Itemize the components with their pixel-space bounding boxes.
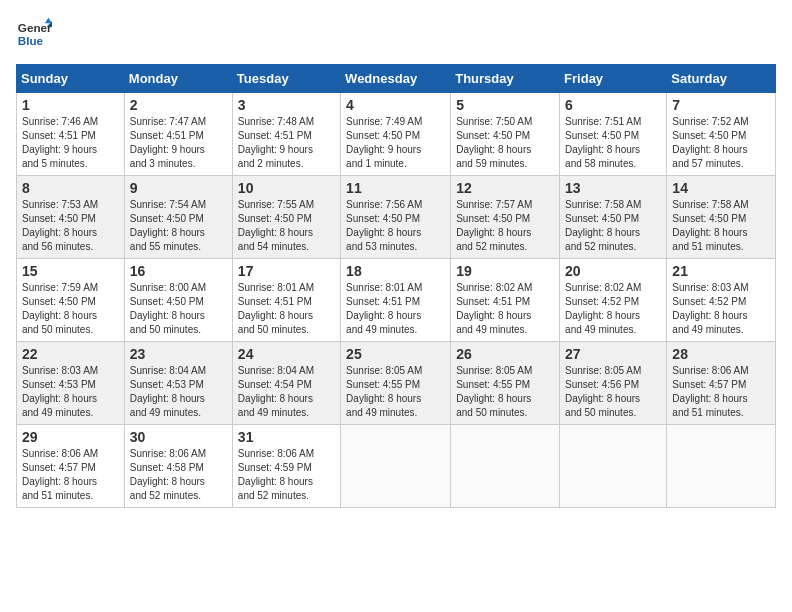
day-cell: 17Sunrise: 8:01 AM Sunset: 4:51 PM Dayli… [232, 259, 340, 342]
day-info: Sunrise: 7:56 AM Sunset: 4:50 PM Dayligh… [346, 198, 445, 254]
day-number: 13 [565, 180, 661, 196]
day-cell: 30Sunrise: 8:06 AM Sunset: 4:58 PM Dayli… [124, 425, 232, 508]
week-row-2: 8Sunrise: 7:53 AM Sunset: 4:50 PM Daylig… [17, 176, 776, 259]
day-info: Sunrise: 8:05 AM Sunset: 4:56 PM Dayligh… [565, 364, 661, 420]
day-cell: 31Sunrise: 8:06 AM Sunset: 4:59 PM Dayli… [232, 425, 340, 508]
day-cell: 16Sunrise: 8:00 AM Sunset: 4:50 PM Dayli… [124, 259, 232, 342]
day-number: 29 [22, 429, 119, 445]
day-info: Sunrise: 8:00 AM Sunset: 4:50 PM Dayligh… [130, 281, 227, 337]
day-info: Sunrise: 7:58 AM Sunset: 4:50 PM Dayligh… [565, 198, 661, 254]
day-cell: 18Sunrise: 8:01 AM Sunset: 4:51 PM Dayli… [341, 259, 451, 342]
day-number: 28 [672, 346, 770, 362]
day-number: 20 [565, 263, 661, 279]
day-cell: 7Sunrise: 7:52 AM Sunset: 4:50 PM Daylig… [667, 93, 776, 176]
day-number: 3 [238, 97, 335, 113]
day-number: 25 [346, 346, 445, 362]
day-info: Sunrise: 8:04 AM Sunset: 4:54 PM Dayligh… [238, 364, 335, 420]
day-info: Sunrise: 7:51 AM Sunset: 4:50 PM Dayligh… [565, 115, 661, 171]
day-cell: 9Sunrise: 7:54 AM Sunset: 4:50 PM Daylig… [124, 176, 232, 259]
day-cell: 26Sunrise: 8:05 AM Sunset: 4:55 PM Dayli… [451, 342, 560, 425]
day-info: Sunrise: 8:02 AM Sunset: 4:52 PM Dayligh… [565, 281, 661, 337]
day-number: 26 [456, 346, 554, 362]
day-info: Sunrise: 8:05 AM Sunset: 4:55 PM Dayligh… [346, 364, 445, 420]
day-info: Sunrise: 7:58 AM Sunset: 4:50 PM Dayligh… [672, 198, 770, 254]
day-cell: 12Sunrise: 7:57 AM Sunset: 4:50 PM Dayli… [451, 176, 560, 259]
day-cell: 29Sunrise: 8:06 AM Sunset: 4:57 PM Dayli… [17, 425, 125, 508]
svg-text:Blue: Blue [18, 34, 44, 47]
day-cell: 6Sunrise: 7:51 AM Sunset: 4:50 PM Daylig… [560, 93, 667, 176]
week-row-5: 29Sunrise: 8:06 AM Sunset: 4:57 PM Dayli… [17, 425, 776, 508]
day-info: Sunrise: 7:49 AM Sunset: 4:50 PM Dayligh… [346, 115, 445, 171]
day-number: 1 [22, 97, 119, 113]
column-header-wednesday: Wednesday [341, 65, 451, 93]
day-info: Sunrise: 8:01 AM Sunset: 4:51 PM Dayligh… [238, 281, 335, 337]
day-number: 2 [130, 97, 227, 113]
day-cell: 14Sunrise: 7:58 AM Sunset: 4:50 PM Dayli… [667, 176, 776, 259]
page-header: General Blue [16, 16, 776, 52]
week-row-4: 22Sunrise: 8:03 AM Sunset: 4:53 PM Dayli… [17, 342, 776, 425]
day-cell [341, 425, 451, 508]
day-info: Sunrise: 7:59 AM Sunset: 4:50 PM Dayligh… [22, 281, 119, 337]
day-info: Sunrise: 8:01 AM Sunset: 4:51 PM Dayligh… [346, 281, 445, 337]
day-number: 18 [346, 263, 445, 279]
day-number: 22 [22, 346, 119, 362]
day-cell: 13Sunrise: 7:58 AM Sunset: 4:50 PM Dayli… [560, 176, 667, 259]
day-cell: 2Sunrise: 7:47 AM Sunset: 4:51 PM Daylig… [124, 93, 232, 176]
day-number: 9 [130, 180, 227, 196]
week-row-1: 1Sunrise: 7:46 AM Sunset: 4:51 PM Daylig… [17, 93, 776, 176]
day-cell: 10Sunrise: 7:55 AM Sunset: 4:50 PM Dayli… [232, 176, 340, 259]
day-number: 24 [238, 346, 335, 362]
week-row-3: 15Sunrise: 7:59 AM Sunset: 4:50 PM Dayli… [17, 259, 776, 342]
day-cell: 8Sunrise: 7:53 AM Sunset: 4:50 PM Daylig… [17, 176, 125, 259]
header-row: SundayMondayTuesdayWednesdayThursdayFrid… [17, 65, 776, 93]
day-info: Sunrise: 7:57 AM Sunset: 4:50 PM Dayligh… [456, 198, 554, 254]
day-number: 14 [672, 180, 770, 196]
day-number: 12 [456, 180, 554, 196]
day-cell [667, 425, 776, 508]
column-header-tuesday: Tuesday [232, 65, 340, 93]
column-header-saturday: Saturday [667, 65, 776, 93]
day-number: 23 [130, 346, 227, 362]
day-info: Sunrise: 7:47 AM Sunset: 4:51 PM Dayligh… [130, 115, 227, 171]
day-cell: 21Sunrise: 8:03 AM Sunset: 4:52 PM Dayli… [667, 259, 776, 342]
day-number: 21 [672, 263, 770, 279]
day-cell: 3Sunrise: 7:48 AM Sunset: 4:51 PM Daylig… [232, 93, 340, 176]
logo-icon: General Blue [16, 16, 52, 52]
day-number: 31 [238, 429, 335, 445]
column-header-monday: Monday [124, 65, 232, 93]
day-cell: 15Sunrise: 7:59 AM Sunset: 4:50 PM Dayli… [17, 259, 125, 342]
column-header-thursday: Thursday [451, 65, 560, 93]
day-cell: 28Sunrise: 8:06 AM Sunset: 4:57 PM Dayli… [667, 342, 776, 425]
day-number: 7 [672, 97, 770, 113]
day-cell: 11Sunrise: 7:56 AM Sunset: 4:50 PM Dayli… [341, 176, 451, 259]
day-number: 10 [238, 180, 335, 196]
day-cell [560, 425, 667, 508]
logo: General Blue [16, 16, 52, 52]
day-info: Sunrise: 7:52 AM Sunset: 4:50 PM Dayligh… [672, 115, 770, 171]
day-info: Sunrise: 8:05 AM Sunset: 4:55 PM Dayligh… [456, 364, 554, 420]
day-number: 30 [130, 429, 227, 445]
day-number: 27 [565, 346, 661, 362]
day-number: 17 [238, 263, 335, 279]
day-number: 11 [346, 180, 445, 196]
day-info: Sunrise: 8:03 AM Sunset: 4:53 PM Dayligh… [22, 364, 119, 420]
day-cell: 22Sunrise: 8:03 AM Sunset: 4:53 PM Dayli… [17, 342, 125, 425]
day-info: Sunrise: 7:46 AM Sunset: 4:51 PM Dayligh… [22, 115, 119, 171]
day-cell: 25Sunrise: 8:05 AM Sunset: 4:55 PM Dayli… [341, 342, 451, 425]
day-number: 19 [456, 263, 554, 279]
day-info: Sunrise: 8:06 AM Sunset: 4:57 PM Dayligh… [22, 447, 119, 503]
day-info: Sunrise: 8:06 AM Sunset: 4:59 PM Dayligh… [238, 447, 335, 503]
day-cell: 20Sunrise: 8:02 AM Sunset: 4:52 PM Dayli… [560, 259, 667, 342]
day-cell: 23Sunrise: 8:04 AM Sunset: 4:53 PM Dayli… [124, 342, 232, 425]
day-number: 16 [130, 263, 227, 279]
day-info: Sunrise: 7:53 AM Sunset: 4:50 PM Dayligh… [22, 198, 119, 254]
day-number: 6 [565, 97, 661, 113]
day-number: 5 [456, 97, 554, 113]
day-cell [451, 425, 560, 508]
day-info: Sunrise: 7:55 AM Sunset: 4:50 PM Dayligh… [238, 198, 335, 254]
day-cell: 24Sunrise: 8:04 AM Sunset: 4:54 PM Dayli… [232, 342, 340, 425]
column-header-sunday: Sunday [17, 65, 125, 93]
day-info: Sunrise: 7:54 AM Sunset: 4:50 PM Dayligh… [130, 198, 227, 254]
day-number: 8 [22, 180, 119, 196]
day-info: Sunrise: 8:04 AM Sunset: 4:53 PM Dayligh… [130, 364, 227, 420]
